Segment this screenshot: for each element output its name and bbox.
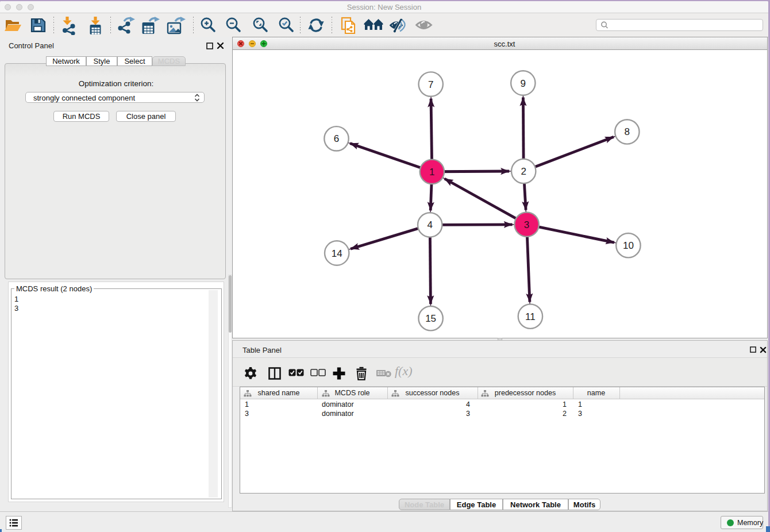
svg-text:8: 8: [625, 126, 630, 137]
svg-text:1: 1: [429, 167, 434, 178]
svg-text:4: 4: [427, 219, 432, 230]
svg-text:9: 9: [521, 78, 526, 89]
svg-text:10: 10: [623, 240, 634, 251]
svg-text:11: 11: [525, 311, 536, 322]
svg-text:3: 3: [524, 219, 529, 230]
svg-text:15: 15: [425, 313, 436, 324]
svg-text:2: 2: [521, 166, 526, 177]
svg-text:7: 7: [428, 79, 433, 90]
svg-text:6: 6: [334, 133, 339, 144]
svg-text:14: 14: [332, 248, 342, 259]
